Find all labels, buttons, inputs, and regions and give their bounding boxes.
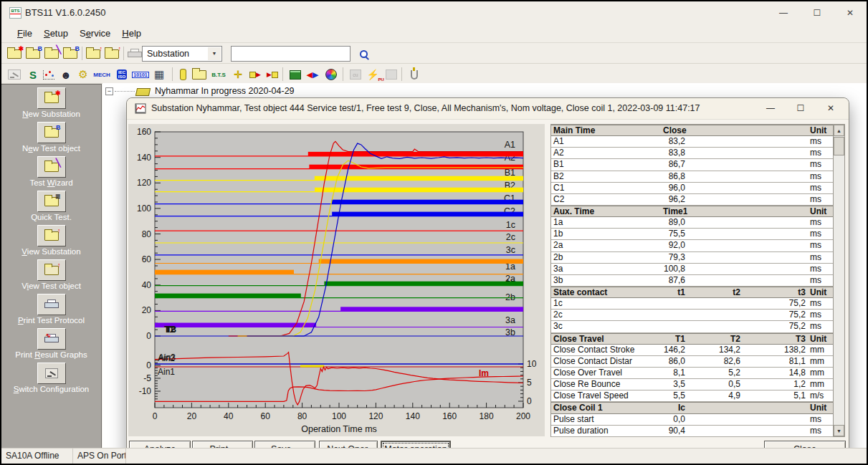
- folder-up-icon[interactable]: ↑: [37, 225, 66, 246]
- sidebar-item-test-wizard[interactable]: ╲Test Wizard: [1, 156, 101, 187]
- close-icon[interactable]: ✕: [819, 99, 843, 118]
- pu-lightning-icon[interactable]: ⚡PU: [364, 67, 381, 82]
- probe-plug-icon[interactable]: [406, 67, 423, 82]
- chevron-down-icon[interactable]: ▼: [208, 47, 221, 60]
- search-input[interactable]: [231, 46, 350, 62]
- svg-text:Ain1: Ain1: [158, 367, 175, 377]
- scrollbar-thumb[interactable]: [834, 137, 844, 155]
- save-button[interactable]: Save...: [254, 441, 315, 448]
- result-graph-icon[interactable]: [40, 67, 57, 82]
- export-box-icon[interactable]: ▶: [247, 67, 264, 82]
- table-cell: 2c: [551, 310, 661, 320]
- motor-operation-button[interactable]: Motor operation: [381, 441, 451, 448]
- table-cell: 5,2: [687, 368, 743, 378]
- scroll-up-icon[interactable]: ▲: [834, 125, 844, 136]
- menu-item-file[interactable]: File: [11, 26, 38, 41]
- settings-gears-icon[interactable]: ⚙: [75, 67, 92, 82]
- pole-tool-icon[interactable]: ✛: [229, 67, 247, 82]
- view-substation-icon[interactable]: ↑: [85, 46, 102, 62]
- printer-icon[interactable]: [37, 294, 66, 315]
- table-cell: 138,2: [743, 345, 808, 355]
- module-blank-icon[interactable]: [383, 67, 400, 82]
- coil-icon[interactable]: [176, 67, 189, 82]
- analyze-button[interactable]: Analyze: [129, 441, 191, 448]
- cu-module-icon[interactable]: cu: [347, 67, 364, 82]
- svg-text:-5: -5: [143, 373, 151, 383]
- table-row: C196,0ms: [551, 183, 833, 194]
- folder-icon[interactable]: [191, 67, 208, 82]
- scroll-down-icon[interactable]: ▼: [834, 425, 844, 436]
- table-cell: 3b: [551, 275, 661, 286]
- sidebar-item-new-substation[interactable]: ✱New Substation: [1, 87, 101, 118]
- user-icon[interactable]: ☻: [57, 67, 75, 82]
- menu-item-setup[interactable]: Setup: [38, 26, 74, 41]
- breaker-switch-icon[interactable]: [6, 67, 23, 82]
- menu-item-service[interactable]: Service: [74, 26, 116, 41]
- switch-icon[interactable]: [37, 363, 66, 384]
- table-cell: [687, 414, 743, 425]
- next-operation-button[interactable]: Next Oper.: [319, 441, 378, 448]
- graph-window-icon: [135, 103, 146, 117]
- search-category-combo[interactable]: Substation▼: [142, 46, 222, 62]
- tree-node-test[interactable]: − Nyhammar In progress 2020-04-29: [105, 86, 295, 96]
- compare-arrows-icon[interactable]: ◀▶: [304, 67, 321, 82]
- test-wizard-icon[interactable]: ╲: [43, 46, 60, 62]
- table-cell: [687, 229, 743, 239]
- sidebar-item-print-test-protocol[interactable]: Print Test Protocol: [1, 294, 101, 325]
- table-cell: 75,2: [743, 310, 808, 320]
- menu-item-help[interactable]: Help: [116, 26, 147, 41]
- svg-text:60: 60: [142, 254, 152, 264]
- new-test-object-icon[interactable]: B: [24, 46, 42, 62]
- toolbar-separator: [82, 47, 82, 60]
- color-wheel-icon[interactable]: [323, 67, 340, 82]
- table-cell: ms: [808, 136, 832, 147]
- table-cell: ms: [808, 171, 832, 182]
- close-icon[interactable]: ✕: [838, 3, 862, 23]
- new-substation-icon[interactable]: ✱: [6, 46, 23, 62]
- service-icon[interactable]: S: [24, 67, 42, 82]
- svg-text:Ain3: Ain3: [158, 353, 176, 363]
- printer-graph-icon[interactable]: ∿: [37, 328, 66, 350]
- toolbar-separator: [172, 67, 173, 81]
- close-button[interactable]: Close: [764, 441, 846, 448]
- minimize-icon[interactable]: —: [771, 3, 796, 23]
- mech-icon[interactable]: MECH: [92, 67, 112, 82]
- table-row: 2b79,3ms: [551, 252, 833, 264]
- table-cell: 83,8: [661, 148, 687, 158]
- sidebar-item-new-test-object[interactable]: BNew Test object: [1, 122, 101, 153]
- folder-new-icon[interactable]: ✱: [37, 87, 66, 109]
- print-button[interactable]: Print...: [192, 441, 253, 448]
- table-cell: Close Travel Speed: [551, 390, 661, 401]
- data-grid-icon[interactable]: ▦: [151, 67, 168, 82]
- digital-io-icon[interactable]: 10101: [132, 67, 149, 82]
- iec-iso-icon[interactable]: IECISO: [113, 67, 130, 82]
- minimize-icon[interactable]: —: [758, 99, 783, 118]
- sidebar-item-view-test-object[interactable]: ↑View Test object: [1, 259, 101, 290]
- sidebar-item-view-substation[interactable]: ↑View Substation: [1, 225, 101, 256]
- print-icon[interactable]: [126, 46, 143, 62]
- folder-list-icon[interactable]: ≣: [37, 191, 66, 212]
- maximize-icon[interactable]: ☐: [788, 99, 813, 118]
- folder-wizard-icon[interactable]: ╲: [37, 156, 66, 178]
- sidebar-item-print-result-graphs[interactable]: ∿Print Result Graphs: [1, 328, 101, 359]
- view-test-object-icon[interactable]: ↑: [103, 46, 120, 62]
- bts-icon[interactable]: B.T.S: [209, 67, 228, 82]
- status-device: SA10A Offline: [1, 449, 73, 464]
- table-scrollbar[interactable]: ▲ ▼: [833, 124, 845, 437]
- maximize-icon[interactable]: ☐: [805, 3, 829, 23]
- table-cell: ms: [808, 264, 832, 274]
- search-icon[interactable]: [354, 46, 373, 62]
- table-cell: [743, 136, 808, 147]
- table-cell: [687, 171, 743, 182]
- table-cell: 90,4: [661, 426, 687, 436]
- import-box-icon[interactable]: ▶: [264, 67, 281, 82]
- tree-collapse-icon[interactable]: −: [105, 87, 113, 95]
- sidebar-item-switch-configuration[interactable]: Switch Configuration: [1, 363, 101, 393]
- io-card-icon[interactable]: [287, 67, 304, 82]
- quick-test-icon[interactable]: B: [62, 46, 79, 62]
- table-cell: 75,2: [743, 321, 808, 332]
- table-cell: State contact: [551, 287, 661, 297]
- folder-doc-up-icon[interactable]: ↑: [37, 259, 66, 281]
- folder-b-icon[interactable]: B: [37, 122, 66, 143]
- sidebar-item-quick-test-[interactable]: ≣Quick Test.: [1, 191, 101, 221]
